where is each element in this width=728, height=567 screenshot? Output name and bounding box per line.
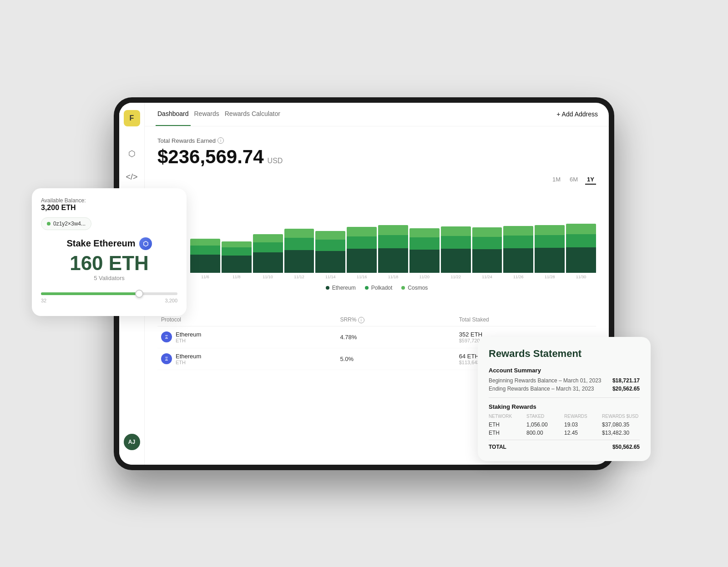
period-1y-button[interactable]: 1Y xyxy=(585,175,596,185)
bar-group: 11/18 xyxy=(378,225,408,279)
bar-chart: 11/611/811/1011/1211/1411/1611/1811/2011… xyxy=(174,188,596,279)
address-dot xyxy=(47,222,51,226)
bar-segment-top xyxy=(284,229,314,238)
bar-segment-mid xyxy=(284,238,314,250)
info-icon[interactable]: i xyxy=(217,137,224,144)
bar-label: 11/6 xyxy=(201,275,209,279)
bar-segment-mid xyxy=(566,234,596,247)
rs-table-row: ETH800.0012.45$13,482.30 xyxy=(489,430,640,436)
stake-validators: 5 Validators xyxy=(41,275,177,281)
bar-segment-mid xyxy=(535,235,565,248)
bar-group: 11/20 xyxy=(410,228,440,279)
bar-segment-mid xyxy=(190,246,220,255)
srr-value: 5.0% xyxy=(336,348,455,370)
bar-segment-bot xyxy=(441,249,471,273)
protocol-cell: Ξ Ethereum ETH xyxy=(161,331,333,343)
protocol-icon: Ξ xyxy=(161,331,172,342)
bar-group: 11/22 xyxy=(441,226,471,279)
srr-info-icon[interactable]: i xyxy=(358,317,364,323)
stake-address[interactable]: 0z1y2×3w4... xyxy=(41,217,91,230)
bar-segment-mid xyxy=(410,237,440,250)
protocol-ticker: ETH xyxy=(176,338,201,343)
bar-segment-top xyxy=(535,225,565,235)
srr-value: 4.78% xyxy=(336,326,455,348)
bar-segment-top xyxy=(566,224,596,234)
total-rewards-currency: USD xyxy=(268,157,283,165)
period-1m-button[interactable]: 1M xyxy=(551,175,562,185)
slider-thumb[interactable] xyxy=(135,290,143,298)
rs-title: Rewards Statement xyxy=(489,348,640,360)
tab-dashboard[interactable]: Dashboard xyxy=(156,103,191,126)
bar-segment-top xyxy=(472,227,502,237)
tab-rewards-calculator[interactable]: Rewards Calculator xyxy=(223,103,282,126)
bar-label: 11/30 xyxy=(576,275,586,279)
bar-segment-bot xyxy=(253,252,283,273)
bar-label: 11/18 xyxy=(388,275,399,279)
bar-segment-bot xyxy=(378,248,408,273)
bar-segment-mid xyxy=(378,235,408,248)
protocol-cell: Ξ Ethereum ETH xyxy=(161,353,333,365)
rs-ending-balance-row: Ending Rewards Balance – March 31, 2023 … xyxy=(489,386,640,392)
total-rewards-label: Total Rewards Earned i xyxy=(157,137,596,144)
total-rewards-amount: $236,569.74 USD xyxy=(157,146,596,168)
device-frame: F ⬡ </> ⚙ AJ Dashboard Rewards Rewards C… xyxy=(114,97,614,470)
bar-segment-mid xyxy=(222,247,252,256)
bar-segment-bot xyxy=(222,256,252,273)
bar-label: 11/26 xyxy=(513,275,524,279)
rs-divider-1 xyxy=(489,397,640,398)
bar-label: 11/10 xyxy=(263,275,273,279)
staking-icon[interactable]: ⬡ xyxy=(125,146,139,161)
avatar[interactable]: AJ xyxy=(124,434,140,450)
bar-group: 11/28 xyxy=(535,225,565,279)
protocol-ticker: ETH xyxy=(176,360,201,365)
bar-segment-top xyxy=(347,227,377,236)
eth-logo-icon: ⬡ xyxy=(139,237,152,250)
bar-segment-top xyxy=(222,241,252,247)
bar-segment-top xyxy=(441,226,471,236)
col-total-staked: Total Staked xyxy=(455,314,596,326)
bar-label: 11/12 xyxy=(294,275,304,279)
rs-table-header: NETWORK STAKED REWARDS REWARDS $USD xyxy=(489,414,640,419)
stake-slider[interactable]: 32 3,200 xyxy=(41,289,177,307)
bar-label: 11/14 xyxy=(325,275,336,279)
bar-segment-top xyxy=(410,228,440,237)
bar-segment-top xyxy=(315,231,345,240)
code-icon[interactable]: </> xyxy=(125,170,139,185)
bar-segment-bot xyxy=(503,248,533,273)
activity-title: Activity xyxy=(157,300,596,308)
legend-cosmos: Cosmos xyxy=(401,285,428,291)
bar-segment-mid xyxy=(253,242,283,252)
bar-segment-bot xyxy=(284,250,314,273)
nav-bar: Dashboard Rewards Rewards Calculator + A… xyxy=(145,103,609,126)
bar-segment-mid xyxy=(347,236,377,249)
bar-group: 11/30 xyxy=(566,224,596,279)
bar-group: 11/12 xyxy=(284,229,314,279)
chart-legend: Ethereum Polkadot Cosmos xyxy=(157,285,596,291)
bar-group: 11/10 xyxy=(253,234,283,279)
slider-range: 32 3,200 xyxy=(41,298,177,303)
bar-segment-bot xyxy=(410,250,440,273)
tab-rewards[interactable]: Rewards xyxy=(192,103,221,126)
bar-segment-mid xyxy=(315,240,345,251)
slider-fill xyxy=(41,292,139,295)
bar-segment-top xyxy=(503,226,533,236)
bar-segment-mid xyxy=(472,237,502,249)
rs-total-row: TOTAL $50,562.65 xyxy=(489,440,640,450)
rs-account-summary-title: Account Summary xyxy=(489,367,640,374)
bar-label: 11/8 xyxy=(233,275,241,279)
bar-group: 11/24 xyxy=(472,227,502,279)
bar-label: 11/16 xyxy=(357,275,367,279)
col-srr: SRR% i xyxy=(336,314,455,326)
add-address-button[interactable]: + Add Address xyxy=(556,110,598,118)
protocol-name: Ethereum xyxy=(176,331,201,338)
bar-segment-mid xyxy=(441,236,471,249)
bar-group: 11/8 xyxy=(222,241,252,279)
protocol-icon: Ξ xyxy=(161,353,172,364)
bar-segment-bot xyxy=(566,247,596,273)
bar-label: 11/22 xyxy=(450,275,461,279)
period-6m-button[interactable]: 6M xyxy=(568,175,580,185)
legend-polkadot: Polkadot xyxy=(365,285,393,291)
bar-segment-top xyxy=(378,225,408,235)
slider-track xyxy=(41,292,177,295)
period-selector: 1M 6M 1Y xyxy=(157,175,596,185)
